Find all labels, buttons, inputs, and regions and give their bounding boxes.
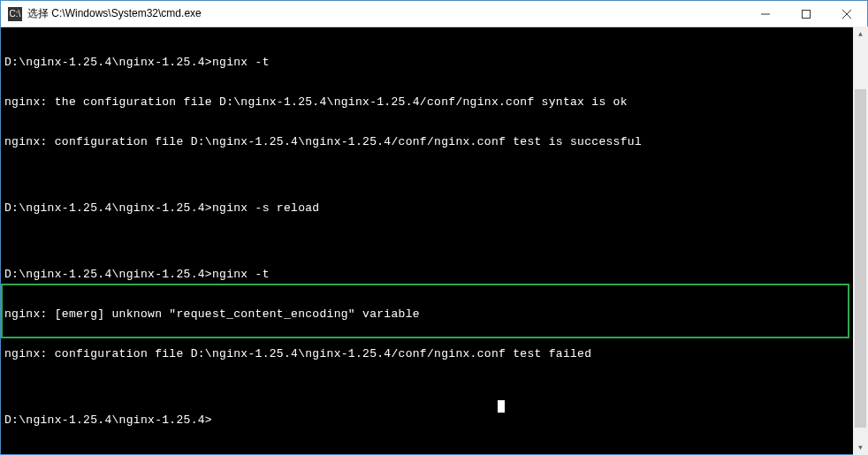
vertical-scrollbar[interactable]: ▲ ▼ bbox=[853, 27, 868, 455]
maximize-button[interactable] bbox=[786, 1, 826, 27]
terminal-line: nginx: the configuration file D:\nginx-1… bbox=[4, 95, 864, 109]
scroll-up-arrow[interactable]: ▲ bbox=[853, 27, 868, 42]
text-cursor bbox=[498, 400, 505, 413]
cmd-window: C:\ 选择 C:\Windows\System32\cmd.exe D:\ng… bbox=[0, 0, 868, 455]
terminal-line: nginx: configuration file D:\nginx-1.25.… bbox=[4, 347, 864, 360]
window-title: 选择 C:\Windows\System32\cmd.exe bbox=[27, 6, 745, 21]
terminal-line: D:\nginx-1.25.4\nginx-1.25.4> bbox=[4, 413, 864, 427]
titlebar[interactable]: C:\ 选择 C:\Windows\System32\cmd.exe bbox=[1, 1, 867, 27]
terminal-line: D:\nginx-1.25.4\nginx-1.25.4>nginx -t bbox=[4, 56, 864, 69]
scrollbar-track[interactable] bbox=[853, 42, 868, 440]
close-button[interactable] bbox=[826, 1, 867, 27]
terminal-line: nginx: [emerg] unknown "request_content_… bbox=[4, 307, 864, 321]
terminal-output[interactable]: D:\nginx-1.25.4\nginx-1.25.4>nginx -t ng… bbox=[1, 27, 867, 454]
window-controls bbox=[745, 1, 867, 27]
terminal-line: nginx: configuration file D:\nginx-1.25.… bbox=[4, 135, 864, 148]
cmd-icon: C:\ bbox=[8, 7, 22, 21]
terminal-line: D:\nginx-1.25.4\nginx-1.25.4>nginx -t bbox=[4, 268, 864, 281]
svg-rect-1 bbox=[803, 10, 811, 18]
terminal-line: D:\nginx-1.25.4\nginx-1.25.4>nginx -s re… bbox=[4, 201, 864, 215]
minimize-button[interactable] bbox=[745, 1, 786, 27]
scroll-down-arrow[interactable]: ▼ bbox=[853, 440, 868, 455]
scrollbar-thumb[interactable] bbox=[855, 89, 866, 428]
